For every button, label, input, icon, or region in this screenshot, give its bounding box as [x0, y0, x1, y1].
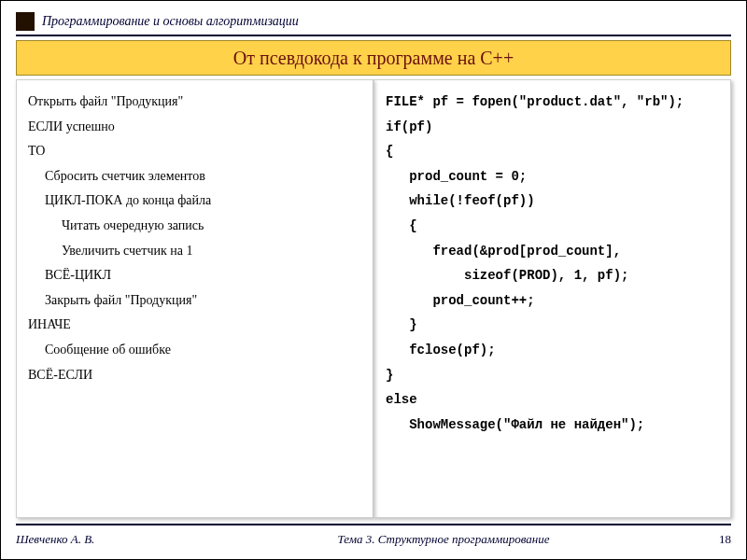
- code-column: FILE* pf = fopen("product.dat", "rb"); i…: [374, 79, 731, 518]
- footer-page-number: 18: [684, 532, 731, 547]
- pseudo-line: ИНАЧЕ: [28, 313, 361, 338]
- code-line: FILE* pf = fopen("product.dat", "rb");: [386, 90, 719, 115]
- pseudo-line: ВСЁ-ЦИКЛ: [28, 263, 361, 288]
- code-line: sizeof(PROD), 1, pf);: [386, 263, 719, 288]
- code-line: }: [386, 313, 719, 338]
- pseudo-line: Закрыть файл "Продукция": [28, 288, 361, 314]
- code-line: prod_count++;: [386, 288, 719, 314]
- code-line: fread(&prod[prod_count],: [386, 239, 719, 264]
- footer-author: Шевченко А. В.: [16, 532, 203, 547]
- slide-footer: Шевченко А. В. Тема 3. Структурное прогр…: [16, 524, 731, 553]
- pseudo-line: ЦИКЛ-ПОКА до конца файла: [28, 189, 361, 214]
- pseudocode-column: Открыть файл "Продукция" ЕСЛИ успешно ТО…: [16, 79, 374, 518]
- pseudo-line: Увеличить счетчик на 1: [28, 239, 361, 264]
- footer-topic: Тема 3. Структурное программирование: [203, 532, 684, 547]
- title-bar: От псевдокода к программе на C++: [16, 40, 731, 76]
- code-line: prod_count = 0;: [386, 164, 719, 189]
- pseudo-line: ВСЁ-ЕСЛИ: [28, 363, 361, 388]
- content-area: Открыть файл "Продукция" ЕСЛИ успешно ТО…: [16, 79, 731, 518]
- pseudo-line: ЕСЛИ успешно: [28, 115, 361, 140]
- code-line: while(!feof(pf)): [386, 189, 719, 214]
- code-line: fclose(pf);: [386, 338, 719, 363]
- pseudo-line: Сообщение об ошибке: [28, 338, 361, 363]
- pseudo-line: Открыть файл "Продукция": [28, 90, 361, 115]
- pseudo-line: Читать очередную запись: [28, 214, 361, 239]
- code-line: }: [386, 363, 719, 388]
- code-line: {: [386, 139, 719, 164]
- code-line: {: [386, 214, 719, 239]
- slide-header: Программирование и основы алгоритмизации: [16, 8, 731, 36]
- logo-icon: [16, 12, 35, 31]
- code-line: else: [386, 387, 719, 413]
- pseudo-line: ТО: [28, 139, 361, 164]
- pseudo-line: Сбросить счетчик элементов: [28, 164, 361, 189]
- code-line: if(pf): [386, 115, 719, 140]
- course-title: Программирование и основы алгоритмизации: [42, 14, 299, 29]
- slide: Программирование и основы алгоритмизации…: [0, 0, 747, 560]
- code-line: ShowMessage("Файл не найден");: [386, 413, 719, 438]
- slide-title: От псевдокода к программе на C++: [233, 48, 514, 69]
